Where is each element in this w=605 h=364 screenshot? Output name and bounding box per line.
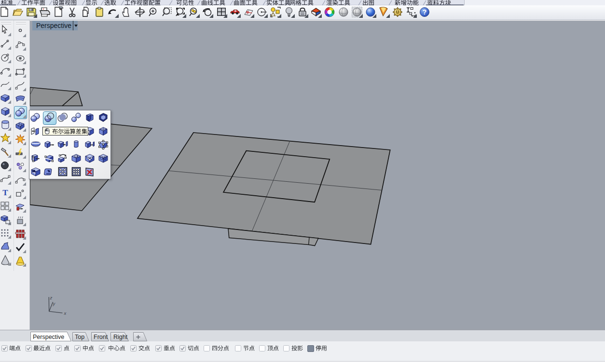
svg-text:Front: Front <box>94 334 108 340</box>
svg-text:x: x <box>64 310 67 316</box>
svg-text:y: y <box>53 301 56 306</box>
svg-text:?: ? <box>423 8 427 16</box>
svg-text:z: z <box>50 295 53 300</box>
svg-text:Perspective: Perspective <box>33 334 64 340</box>
svg-text:Top: Top <box>75 334 84 340</box>
svg-text:Right: Right <box>113 334 128 340</box>
svg-text:T: T <box>2 188 8 197</box>
